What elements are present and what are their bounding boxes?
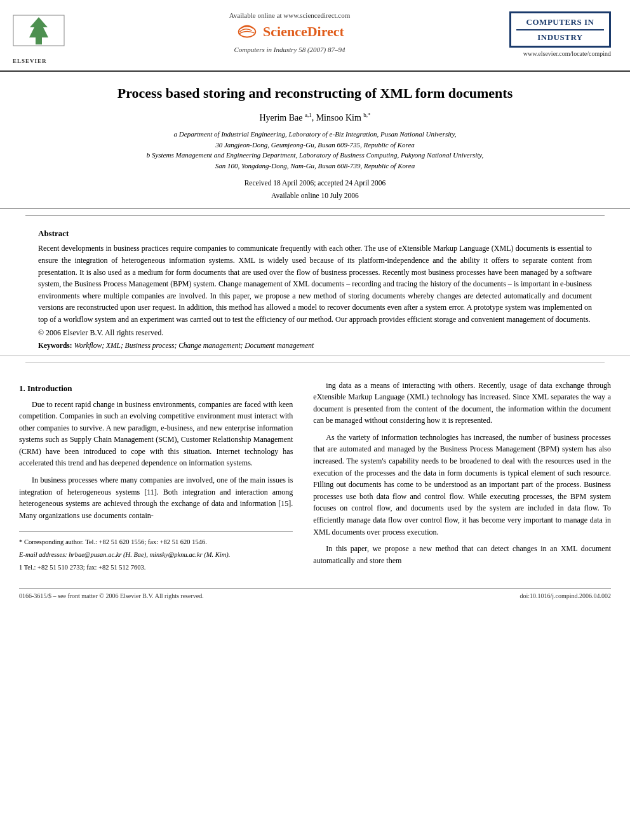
journal-info: Computers in Industry 58 (2007) 87–94 xyxy=(83,46,497,53)
footnote-note1: 1 Tel.: +82 51 510 2733; fax: +82 51 512… xyxy=(19,563,293,573)
right-para3: In this paper, we propose a new method t… xyxy=(313,543,611,566)
body-divider xyxy=(25,363,605,363)
section-1-body: Due to recent rapid change in business e… xyxy=(19,399,293,522)
journal-badge-container: COMPUTERS IN INDUSTRY www.elsevier.com/l… xyxy=(509,11,611,57)
affiliation-a: a Department of Industrial Engineering, … xyxy=(174,130,457,138)
authors: Hyerim Bae a,1, Minsoo Kim b,* xyxy=(38,112,592,123)
footnote-email-text: E-mail addresses: hrbae@pusan.ac.kr (H. … xyxy=(19,551,230,558)
affiliation-b2: San 100, Yongdang-Dong, Nam-Gu, Busan 60… xyxy=(215,162,415,170)
available-online-date: Available online 10 July 2006 xyxy=(271,192,359,199)
received-date: Received 18 April 2006; accepted 24 Apri… xyxy=(245,179,386,187)
article-title: Process based storing and reconstructing… xyxy=(38,84,592,103)
sciencedirect-logo: ScienceDirect xyxy=(83,22,497,42)
affiliation-a2: 30 Jangjeon-Dong, Geumjeong-Gu, Busan 60… xyxy=(215,141,415,149)
elsevier-url: www.elsevier.com/locate/compind xyxy=(509,50,611,57)
article-dates: Received 18 April 2006; accepted 24 Apri… xyxy=(38,177,592,202)
column-left: 1. Introduction Due to recent rapid chan… xyxy=(19,380,303,575)
footnote-corresponding: * Corresponding author. Tel.: +82 51 620… xyxy=(19,537,293,547)
svg-marker-1 xyxy=(29,17,48,44)
section-1-right-body: ing data as a means of interacting with … xyxy=(313,380,611,567)
author-sup-b: b,* xyxy=(363,112,370,118)
footnotes: * Corresponding author. Tel.: +82 51 620… xyxy=(19,531,293,572)
abstract-text: Recent developments in business practice… xyxy=(38,243,592,325)
badge-divider xyxy=(516,29,604,30)
abstract-section: Abstract Recent developments in business… xyxy=(0,222,630,356)
elsevier-label: ELSEVIER xyxy=(13,58,70,64)
footer-doi: doi:10.1016/j.compind.2006.04.002 xyxy=(519,592,611,599)
sciencedirect-icon xyxy=(235,22,259,42)
keywords-text: Workflow; XML; Business process; Change … xyxy=(74,342,314,349)
available-online-text: Available online at www.sciencedirect.co… xyxy=(83,11,497,19)
section-1-para2: In business processes where many compani… xyxy=(19,474,293,521)
copyright: © 2006 Elsevier B.V. All rights reserved… xyxy=(38,328,592,338)
right-para1: ing data as a means of interacting with … xyxy=(313,380,611,427)
article-header: Process based storing and reconstructing… xyxy=(0,72,630,209)
section-1-para1: Due to recent rapid change in business e… xyxy=(19,399,293,470)
column-right: ing data as a means of interacting with … xyxy=(303,380,611,575)
sciencedirect-label: ScienceDirect xyxy=(263,23,344,40)
page-footer: 0166-3615/$ – see front matter © 2006 El… xyxy=(19,588,611,599)
body-columns: 1. Introduction Due to recent rapid chan… xyxy=(0,370,630,582)
abstract-title: Abstract xyxy=(38,229,592,239)
keywords: Keywords: Workflow; XML; Business proces… xyxy=(38,342,592,349)
elsevier-logo: ELSEVIER xyxy=(13,15,70,64)
keywords-label: Keywords: xyxy=(38,342,72,349)
journal-badge: COMPUTERS IN INDUSTRY xyxy=(509,11,611,48)
page: ELSEVIER Available online at www.science… xyxy=(0,0,630,840)
footer-issn: 0166-3615/$ – see front matter © 2006 El… xyxy=(19,592,204,599)
footnote-email: E-mail addresses: hrbae@pusan.ac.kr (H. … xyxy=(19,550,293,560)
header-center: Available online at www.sciencedirect.co… xyxy=(70,11,509,53)
affiliation-b: b Systems Management and Engineering Dep… xyxy=(147,151,484,159)
page-header: ELSEVIER Available online at www.science… xyxy=(0,0,630,72)
journal-badge-title: COMPUTERS IN INDUSTRY xyxy=(516,17,604,42)
author-sup-a: a,1 xyxy=(305,112,312,118)
right-para2: As the variety of information technologi… xyxy=(313,432,611,538)
section-divider xyxy=(25,215,605,216)
section-1-title: 1. Introduction xyxy=(19,383,293,394)
affiliations: a Department of Industrial Engineering, … xyxy=(38,129,592,171)
